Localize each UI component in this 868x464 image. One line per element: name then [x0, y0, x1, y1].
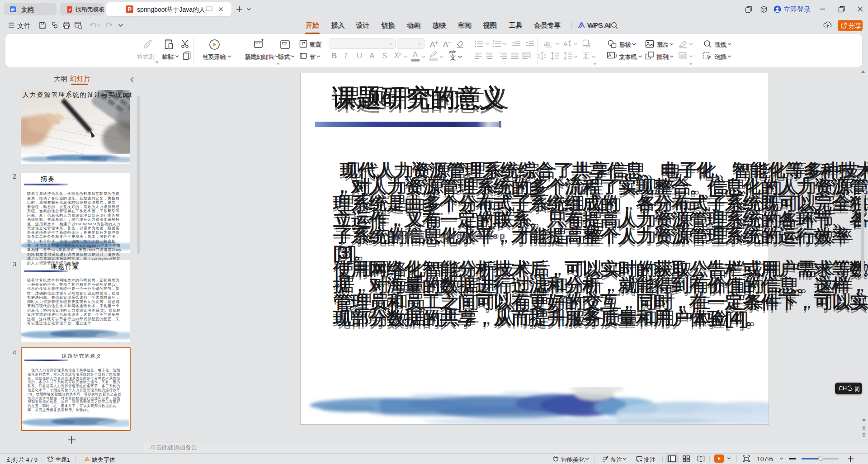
svg-text:A: A: [608, 52, 612, 58]
svg-text:P: P: [127, 6, 132, 13]
svg-text:ab: ab: [544, 40, 550, 47]
svg-text:A: A: [563, 40, 568, 47]
